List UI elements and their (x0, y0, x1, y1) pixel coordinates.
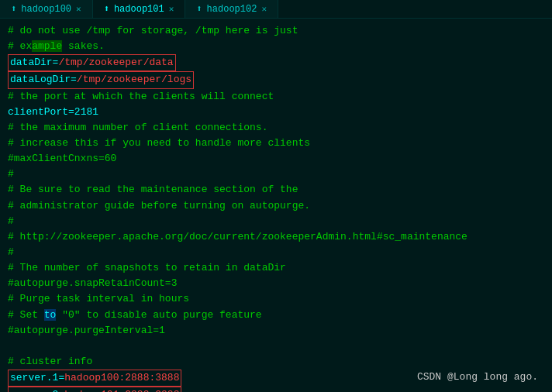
tab-label-1: hadoop100 (21, 4, 71, 15)
tab-icon-2: ⬆ (104, 3, 109, 15)
tab-bar: ⬆ hadoop100 ✕ ⬆ hadoop101 ✕ ⬆ hadoop102 … (0, 0, 552, 19)
tab-label-3: hadoop102 (207, 4, 257, 15)
terminal-line: clientPort=2181 (8, 105, 544, 120)
terminal-line: # do not use /tmp for storage, /tmp here… (8, 23, 544, 39)
terminal-line: # the maximum number of client connectio… (8, 120, 544, 136)
terminal-line: dataDir=/tmp/zookeeper/data (8, 54, 544, 71)
terminal-line: # (8, 214, 544, 229)
tab-close-2[interactable]: ✕ (169, 4, 174, 14)
terminal-line: # administrator guide before turning on … (8, 198, 544, 214)
terminal-line: # cluster info (8, 354, 544, 370)
terminal-line: #autopurge.snapRetainCount=3 (8, 276, 544, 291)
terminal-line: # increase this if you need to handle mo… (8, 136, 544, 151)
terminal-line: #autopurge.purgeInterval=1 (8, 323, 544, 339)
tab-close-3[interactable]: ✕ (261, 4, 267, 14)
tab-icon-3: ⬆ (196, 3, 202, 15)
terminal-line: # the port at which the clients will con… (8, 89, 544, 105)
terminal-content: # do not use /tmp for storage, /tmp here… (0, 19, 552, 392)
terminal-line (8, 339, 544, 354)
watermark: CSDN @Long long ago. (417, 371, 538, 383)
tab-hadoop102[interactable]: ⬆ hadoop102 ✕ (185, 0, 278, 18)
terminal-line: # (8, 167, 544, 182)
terminal-line: # example sakes. (8, 39, 544, 54)
tab-label-2: hadoop101 (114, 4, 164, 15)
tab-close-1[interactable]: ✕ (76, 4, 81, 14)
tab-hadoop100[interactable]: ⬆ hadoop100 ✕ (0, 0, 93, 18)
terminal-line: # Set to "0" to disable auto purge featu… (8, 308, 544, 323)
terminal-line: # The number of snapshots to retain in d… (8, 260, 544, 276)
tab-hadoop101[interactable]: ⬆ hadoop101 ✕ (93, 0, 186, 18)
terminal-line: dataLogDir=/tmp/zookeeper/logs (8, 71, 544, 88)
terminal-line: # (8, 245, 544, 260)
tab-icon-1: ⬆ (11, 3, 16, 15)
terminal-line: # Be sure to read the maintenance sectio… (8, 182, 544, 198)
terminal-line: #maxClientCnxns=60 (8, 151, 544, 167)
terminal-line: server.2=hadoop101:2888:3888 (8, 387, 544, 392)
terminal-line: # http://zookeeper.apache.org/doc/curren… (8, 229, 544, 245)
terminal-line: # Purge task interval in hours (8, 291, 544, 307)
